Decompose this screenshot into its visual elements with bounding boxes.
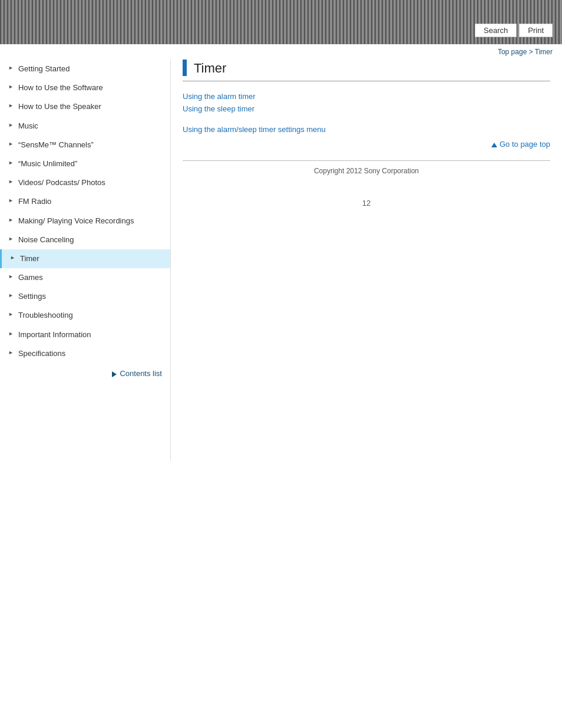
sidebar-item-label: Noise Canceling xyxy=(18,235,164,245)
sidebar-item-label: Settings xyxy=(18,291,164,302)
contents-list-label: Contents list xyxy=(120,369,162,378)
contents-list-link[interactable]: Contents list xyxy=(112,369,162,378)
sidebar-arrow-icon: ► xyxy=(8,274,14,279)
breadcrumb-separator: > xyxy=(527,48,534,56)
sidebar-item-label: Getting Started xyxy=(18,64,164,74)
sidebar-arrow-icon: ► xyxy=(8,350,14,355)
sidebar-item-label: “Music Unlimited” xyxy=(18,159,164,169)
sidebar-item-videos-podcasts-photos[interactable]: ►Videos/ Podcasts/ Photos xyxy=(0,173,170,192)
main-content: Timer Using the alarm timerUsing the sle… xyxy=(171,60,562,219)
sidebar-arrow-icon: ► xyxy=(8,311,14,317)
go-to-top-link[interactable]: Go to page top xyxy=(491,140,550,149)
sidebar-item-settings[interactable]: ►Settings xyxy=(0,287,170,306)
sidebar-arrow-icon: ► xyxy=(10,255,15,261)
breadcrumb: Top page > Timer xyxy=(0,44,562,60)
sidebar-item-important-information[interactable]: ►Important Information xyxy=(0,325,170,344)
contents-list-link-container: Contents list xyxy=(0,363,170,381)
sidebar-item-how-to-use-speaker[interactable]: ►How to Use the Speaker xyxy=(0,97,170,116)
print-button[interactable]: Print xyxy=(519,24,553,37)
go-to-top-icon xyxy=(491,143,497,147)
header: Search Print xyxy=(0,0,562,44)
sidebar-arrow-icon: ► xyxy=(8,197,14,203)
sidebar-item-label: Timer xyxy=(20,253,164,264)
footer: Copyright 2012 Sony Corporation xyxy=(183,160,550,181)
sidebar-item-label: Specifications xyxy=(18,348,164,359)
contents-list-arrow-icon xyxy=(112,371,117,377)
breadcrumb-current: Timer xyxy=(535,48,553,56)
sidebar-arrow-icon: ► xyxy=(8,103,14,108)
go-to-top: Go to page top xyxy=(183,140,550,149)
breadcrumb-top-page[interactable]: Top page xyxy=(498,48,527,56)
sidebar-arrow-icon: ► xyxy=(8,179,14,185)
link-alarm-sleep-settings[interactable]: Using the alarm/sleep timer settings men… xyxy=(183,125,550,134)
sidebar-item-label: “SensMe™ Channels” xyxy=(18,140,164,150)
sidebar-item-label: Troubleshooting xyxy=(18,310,164,321)
link-alarm-timer[interactable]: Using the alarm timer xyxy=(183,92,550,101)
sidebar-item-label: Games xyxy=(18,272,164,283)
sidebar-arrow-icon: ► xyxy=(8,331,14,337)
links-group-2: Using the alarm/sleep timer settings men… xyxy=(183,125,550,134)
sidebar-item-music-unlimited[interactable]: ►“Music Unlimited” xyxy=(0,154,170,173)
sidebar-arrow-icon: ► xyxy=(8,160,14,166)
sidebar-item-games[interactable]: ►Games xyxy=(0,268,170,287)
sidebar-arrow-icon: ► xyxy=(8,292,14,298)
sidebar-item-specifications[interactable]: ►Specifications xyxy=(0,344,170,363)
sidebar-item-label: Making/ Playing Voice Recordings xyxy=(18,216,164,226)
page-title-section: Timer xyxy=(183,60,550,81)
sidebar-arrow-icon: ► xyxy=(8,122,14,128)
blue-bar-decoration xyxy=(183,60,187,76)
sidebar-item-timer[interactable]: ►Timer xyxy=(0,249,170,268)
sidebar-arrow-icon: ► xyxy=(8,141,14,147)
sidebar-arrow-icon: ► xyxy=(8,84,14,90)
sidebar-item-label: How to Use the Speaker xyxy=(18,101,164,112)
sidebar-item-how-to-use-software[interactable]: ►How to Use the Software xyxy=(0,78,170,97)
sidebar-arrow-icon: ► xyxy=(8,65,14,71)
sidebar-item-label: Important Information xyxy=(18,330,164,340)
sidebar: ►Getting Started►How to Use the Software… xyxy=(0,60,171,460)
sidebar-arrow-icon: ► xyxy=(8,236,14,242)
copyright-text: Copyright 2012 Sony Corporation xyxy=(314,167,419,175)
sidebar-item-label: Music xyxy=(18,121,164,131)
header-buttons: Search Print xyxy=(475,24,553,37)
search-button[interactable]: Search xyxy=(475,24,517,37)
sidebar-item-sensme-channels[interactable]: ►“SensMe™ Channels” xyxy=(0,136,170,154)
sidebar-arrow-icon: ► xyxy=(8,217,14,223)
link-sleep-timer[interactable]: Using the sleep timer xyxy=(183,104,550,113)
sidebar-item-making-playing-voice-recordings[interactable]: ►Making/ Playing Voice Recordings xyxy=(0,212,170,230)
sidebar-item-getting-started[interactable]: ►Getting Started xyxy=(0,60,170,78)
sidebar-item-label: FM Radio xyxy=(18,196,164,207)
go-to-top-label: Go to page top xyxy=(500,140,550,149)
sidebar-item-music[interactable]: ►Music xyxy=(0,117,170,136)
page-number: 12 xyxy=(183,199,550,207)
page-title: Timer xyxy=(194,60,226,76)
sidebar-item-troubleshooting[interactable]: ►Troubleshooting xyxy=(0,306,170,325)
layout: ►Getting Started►How to Use the Software… xyxy=(0,60,562,460)
sidebar-item-label: Videos/ Podcasts/ Photos xyxy=(18,177,164,188)
sidebar-item-noise-canceling[interactable]: ►Noise Canceling xyxy=(0,230,170,249)
links-group-1: Using the alarm timerUsing the sleep tim… xyxy=(183,92,550,113)
sidebar-item-fm-radio[interactable]: ►FM Radio xyxy=(0,192,170,211)
sidebar-items-container: ►Getting Started►How to Use the Software… xyxy=(0,60,170,363)
sidebar-item-label: How to Use the Software xyxy=(18,83,164,93)
